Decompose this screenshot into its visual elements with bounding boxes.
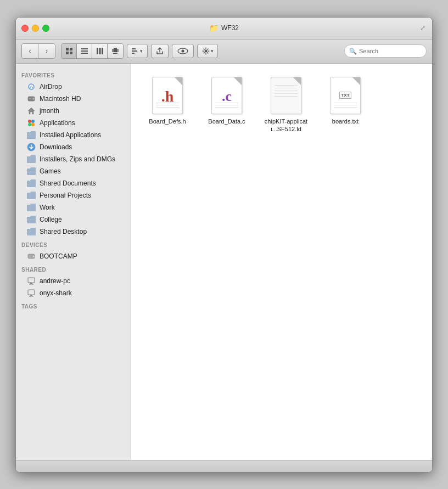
sidebar-item-downloads[interactable]: Downloads bbox=[18, 141, 128, 153]
sidebar-item-installers[interactable]: Installers, Zips and DMGs bbox=[18, 153, 128, 165]
sidebar-item-shared-desktop[interactable]: Shared Desktop bbox=[18, 226, 128, 238]
network-icon-andrew bbox=[27, 277, 36, 285]
coverflow-view-button[interactable] bbox=[108, 44, 123, 58]
nav-button-group: ‹ › bbox=[21, 43, 55, 59]
title-label: WF32 bbox=[221, 24, 239, 32]
svg-rect-14 bbox=[132, 48, 136, 49]
file-icon-ld bbox=[268, 76, 304, 115]
svg-point-22 bbox=[33, 98, 35, 99]
traffic-lights bbox=[21, 25, 49, 32]
sidebar-item-applications[interactable]: Applications bbox=[18, 117, 128, 129]
svg-rect-8 bbox=[99, 48, 100, 54]
svg-rect-9 bbox=[102, 48, 103, 54]
svg-point-24 bbox=[28, 120, 31, 123]
sidebar-item-airdrop[interactable]: AirDrop bbox=[18, 81, 128, 93]
share-button[interactable] bbox=[151, 44, 169, 58]
sidebar-label-andrew-pc: andrew-pc bbox=[40, 277, 70, 285]
folder-icon-shared-desktop bbox=[27, 227, 36, 236]
sidebar-item-jmonth[interactable]: jmonth bbox=[18, 105, 128, 117]
sidebar-section-devices: DEVICES bbox=[16, 238, 131, 250]
sidebar-label-downloads: Downloads bbox=[40, 143, 72, 151]
sidebar-label-shared-docs: Shared Documents bbox=[40, 179, 96, 187]
network-icon-onyx bbox=[27, 289, 36, 297]
minimize-button[interactable] bbox=[32, 25, 39, 32]
svg-rect-3 bbox=[70, 52, 72, 54]
sidebar-label-work: Work bbox=[40, 204, 55, 211]
file-item-chipkit-ld[interactable]: chipKIT-applicati...SF512.ld bbox=[259, 72, 313, 137]
sidebar-item-macintoshhd[interactable]: Macintosh HD bbox=[18, 93, 128, 105]
maximize-button[interactable] bbox=[42, 25, 49, 32]
search-box[interactable]: 🔍 bbox=[344, 44, 427, 58]
window-title: 📁 WF32 bbox=[209, 24, 239, 32]
folder-icon-games bbox=[27, 167, 36, 176]
sidebar-item-games[interactable]: Games bbox=[18, 165, 128, 177]
svg-rect-11 bbox=[112, 49, 114, 52]
folder-icon-shared-docs bbox=[27, 179, 36, 188]
sidebar-label-installers: Installers, Zips and DMGs bbox=[40, 155, 115, 163]
list-view-button[interactable] bbox=[77, 44, 92, 58]
sidebar-item-personal-projects[interactable]: Personal Projects bbox=[18, 189, 128, 201]
main-content: .h Board_Defs.h .c bbox=[131, 64, 432, 460]
sidebar-item-work[interactable]: Work bbox=[18, 201, 128, 213]
sidebar-label-installed-apps: Installed Applications bbox=[40, 131, 101, 139]
arrange-button[interactable]: ▾ bbox=[127, 44, 148, 58]
sidebar-item-andrew-pc[interactable]: andrew-pc bbox=[18, 275, 128, 287]
column-view-button[interactable] bbox=[92, 44, 108, 58]
downloads-icon bbox=[27, 143, 36, 151]
svg-rect-6 bbox=[81, 53, 88, 54]
home-icon bbox=[27, 106, 36, 115]
svg-point-18 bbox=[182, 50, 184, 53]
icon-view-button[interactable] bbox=[61, 44, 77, 58]
title-folder-icon: 📁 bbox=[209, 24, 219, 32]
file-item-board-data-c[interactable]: .c Board_Data.c bbox=[199, 72, 254, 137]
sidebar-label-personal: Personal Projects bbox=[40, 192, 91, 199]
forward-button[interactable]: › bbox=[38, 44, 55, 58]
sidebar-section-shared: SHARED bbox=[16, 262, 131, 275]
svg-rect-15 bbox=[132, 50, 137, 52]
svg-rect-34 bbox=[29, 284, 33, 285]
svg-rect-16 bbox=[132, 53, 135, 54]
svg-rect-12 bbox=[117, 49, 119, 52]
bootcamp-icon bbox=[27, 252, 36, 261]
applications-icon bbox=[27, 119, 36, 127]
content-area: FAVORITES AirDrop Macintosh HD jmonth bbox=[16, 64, 432, 460]
sidebar-item-onyx-shark[interactable]: onyx-shark bbox=[18, 287, 128, 299]
folder-icon-work bbox=[27, 203, 36, 212]
sidebar: FAVORITES AirDrop Macintosh HD jmonth bbox=[16, 64, 131, 460]
svg-rect-0 bbox=[66, 48, 69, 50]
sidebar-item-college[interactable]: College bbox=[18, 213, 128, 226]
action-button[interactable]: ▾ bbox=[197, 44, 218, 58]
fullscreen-button[interactable]: ⤢ bbox=[418, 23, 428, 33]
hd-icon bbox=[27, 94, 36, 103]
svg-rect-7 bbox=[97, 48, 98, 54]
folder-icon-college bbox=[27, 215, 36, 224]
svg-rect-5 bbox=[81, 50, 88, 52]
back-button[interactable]: ‹ bbox=[22, 44, 38, 58]
view-button-group bbox=[61, 43, 124, 59]
sidebar-label-games: Games bbox=[40, 167, 61, 175]
svg-point-27 bbox=[31, 123, 35, 126]
svg-point-25 bbox=[31, 120, 35, 123]
file-item-board-defs-h[interactable]: .h Board_Defs.h bbox=[140, 72, 195, 137]
svg-rect-23 bbox=[29, 98, 31, 99]
sidebar-label-shared-desktop: Shared Desktop bbox=[40, 228, 87, 235]
file-name-boards-txt: boards.txt bbox=[332, 117, 359, 125]
search-input[interactable] bbox=[359, 48, 422, 54]
svg-rect-4 bbox=[81, 48, 88, 49]
sidebar-item-bootcamp[interactable]: BOOTCAMP bbox=[18, 250, 128, 262]
sidebar-label-applications: Applications bbox=[40, 119, 75, 127]
quick-look-button[interactable] bbox=[172, 44, 194, 58]
sidebar-item-shared-docs[interactable]: Shared Documents bbox=[18, 177, 128, 189]
sidebar-item-installed-apps[interactable]: Installed Applications bbox=[18, 129, 128, 141]
svg-rect-33 bbox=[30, 283, 32, 284]
file-item-boards-txt[interactable]: TXT boards.txt bbox=[318, 72, 373, 128]
svg-rect-13 bbox=[113, 53, 117, 54]
sidebar-label-airdrop: AirDrop bbox=[40, 83, 62, 91]
close-button[interactable] bbox=[21, 25, 29, 32]
svg-rect-35 bbox=[28, 290, 35, 295]
folder-icon-installed bbox=[27, 131, 36, 139]
search-icon: 🔍 bbox=[349, 48, 357, 55]
svg-rect-1 bbox=[70, 48, 72, 50]
finder-window: 📁 WF32 ⤢ ‹ › bbox=[15, 17, 433, 473]
file-name-chipkit-ld: chipKIT-applicati...SF512.ld bbox=[262, 117, 310, 133]
